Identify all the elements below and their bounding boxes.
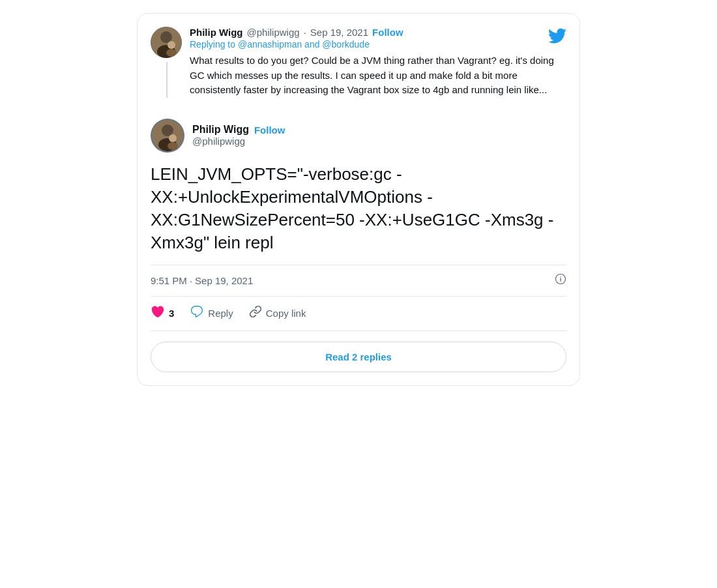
copy-link-action[interactable]: Copy link [249, 305, 306, 321]
thread-tweet-date: Sep 19, 2021 [310, 27, 368, 38]
info-icon[interactable] [555, 273, 566, 288]
tweet-card: Philip Wigg @philipwigg · Sep 19, 2021 F… [137, 13, 580, 386]
heart-icon [151, 304, 165, 323]
thread-replying-to: Replying to @annashipman and @borkdude [190, 39, 566, 50]
reply-action[interactable]: Reply [190, 304, 233, 323]
main-author-name: Philip Wigg [192, 124, 249, 136]
main-tweet-author-info: Philip Wigg Follow @philipwigg [192, 124, 285, 147]
thread-tweet-avatar-col [151, 27, 182, 98]
tweet-actions: 3 Reply Copy link [151, 297, 566, 331]
main-follow-button[interactable]: Follow [254, 125, 285, 136]
replying-to-users: @annashipman and @borkdude [238, 39, 370, 50]
svg-point-3 [168, 41, 175, 49]
svg-point-8 [169, 134, 177, 142]
reply-label: Reply [208, 308, 233, 319]
replying-to-prefix: Replying to [190, 39, 235, 50]
main-tweet-avatar[interactable] [151, 119, 184, 153]
thread-tweet-item: Philip Wigg @philipwigg · Sep 19, 2021 F… [151, 27, 566, 108]
main-tweet-header: Philip Wigg Follow @philipwigg [151, 119, 566, 153]
svg-point-9 [168, 142, 178, 150]
thread-author-handle: @philipwigg [247, 27, 300, 38]
main-tweet-text: LEIN_JVM_OPTS="-verbose:gc -XX:+UnlockEx… [151, 163, 566, 254]
meta-separator: · [190, 275, 192, 286]
read-replies-button[interactable]: Read 2 replies [151, 342, 566, 372]
thread-author-name: Philip Wigg [190, 27, 243, 38]
main-author-handle: @philipwigg [192, 136, 285, 147]
main-tweet-section: Philip Wigg Follow @philipwigg LEIN_JVM_… [151, 108, 566, 372]
likes-action[interactable]: 3 [151, 304, 174, 323]
tweet-meta: 9:51 PM · Sep 19, 2021 [151, 265, 566, 297]
thread-tweet-text: What results to do you get? Could be a J… [190, 53, 566, 98]
thread-dot-separator: · [304, 27, 306, 38]
reply-icon [190, 304, 204, 323]
tweet-time: 9:51 PM [151, 275, 187, 286]
thread-tweet-header: Philip Wigg @philipwigg · Sep 19, 2021 F… [190, 27, 566, 38]
copy-link-label: Copy link [266, 308, 306, 319]
tweet-date-meta: Sep 19, 2021 [195, 275, 253, 286]
likes-count: 3 [169, 308, 174, 319]
svg-point-4 [166, 49, 177, 57]
thread-follow-button[interactable]: Follow [372, 27, 403, 38]
link-icon [249, 305, 262, 321]
thread-tweet-avatar[interactable] [151, 27, 182, 58]
thread-tweet-body: Philip Wigg @philipwigg · Sep 19, 2021 F… [190, 27, 566, 98]
